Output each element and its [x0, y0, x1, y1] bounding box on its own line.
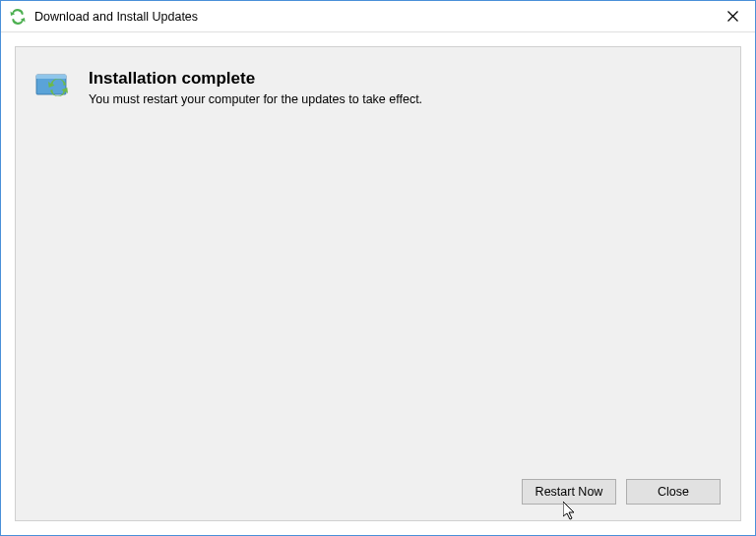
installation-heading: Installation complete [89, 69, 721, 89]
update-panel-icon [35, 71, 71, 98]
message-row: Installation complete You must restart y… [35, 69, 721, 106]
restart-now-button[interactable]: Restart Now [522, 479, 616, 505]
window-close-button[interactable] [710, 1, 755, 32]
installation-subtext: You must restart your computer for the u… [89, 92, 721, 106]
content-area: Installation complete You must restart y… [1, 32, 755, 535]
message-text: Installation complete You must restart y… [89, 69, 721, 106]
close-icon [727, 11, 738, 22]
update-icon [9, 8, 27, 26]
titlebar: Download and Install Updates [1, 1, 755, 32]
button-row: Restart Now Close [35, 467, 721, 505]
close-button[interactable]: Close [626, 479, 721, 505]
spacer [35, 106, 721, 467]
svg-rect-1 [36, 75, 66, 79]
dialog-window: Download and Install Updates [0, 0, 756, 536]
window-title: Download and Install Updates [34, 10, 710, 24]
inner-panel: Installation complete You must restart y… [15, 46, 741, 521]
